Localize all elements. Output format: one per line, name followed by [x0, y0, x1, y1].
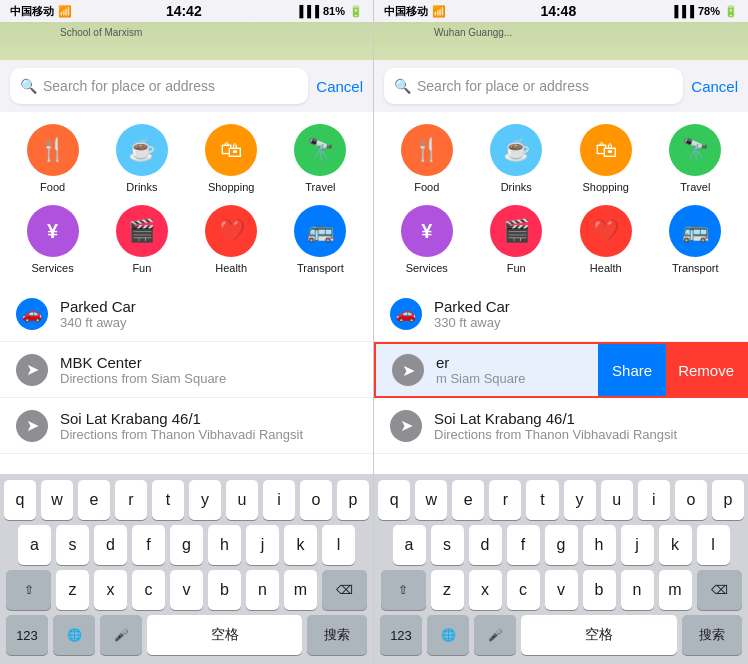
key-123-right[interactable]: 123 [380, 615, 422, 655]
list-item-soi-left[interactable]: ➤ Soi Lat Krabang 46/1 Directions from T… [0, 398, 373, 454]
key-v-left[interactable]: v [170, 570, 203, 610]
category-shopping-left[interactable]: 🛍 Shopping [187, 124, 276, 193]
category-travel-left[interactable]: 🔭 Travel [276, 124, 365, 193]
key-t-left[interactable]: t [152, 480, 184, 520]
key-s-left[interactable]: s [56, 525, 89, 565]
key-h-right[interactable]: h [583, 525, 616, 565]
key-b-right[interactable]: b [583, 570, 616, 610]
key-shift-left[interactable]: ⇧ [6, 570, 51, 610]
key-space-right[interactable]: 空格 [521, 615, 677, 655]
key-t-right[interactable]: t [526, 480, 558, 520]
key-m-left[interactable]: m [284, 570, 317, 610]
key-i-right[interactable]: i [638, 480, 670, 520]
cancel-button-right[interactable]: Cancel [691, 78, 738, 95]
list-item-soi-right[interactable]: ➤ Soi Lat Krabang 46/1 Directions from T… [374, 398, 748, 454]
category-transport-left[interactable]: 🚌 Transport [276, 205, 365, 274]
key-z-left[interactable]: z [56, 570, 89, 610]
drinks-label-right: Drinks [501, 181, 532, 193]
soi-text-right: Soi Lat Krabang 46/1 Directions from Tha… [434, 410, 677, 442]
key-x-right[interactable]: x [469, 570, 502, 610]
key-j-left[interactable]: j [246, 525, 279, 565]
key-mic-right[interactable]: 🎤 [474, 615, 516, 655]
key-c-left[interactable]: c [132, 570, 165, 610]
category-food-left[interactable]: 🍴 Food [8, 124, 97, 193]
category-health-left[interactable]: ❤️ Health [187, 205, 276, 274]
remove-button[interactable]: Remove [666, 344, 746, 396]
key-search-left[interactable]: 搜索 [307, 615, 367, 655]
key-globe-left[interactable]: 🌐 [53, 615, 95, 655]
mbk-text-left: MBK Center Directions from Siam Square [60, 354, 226, 386]
key-w-left[interactable]: w [41, 480, 73, 520]
key-o-right[interactable]: o [675, 480, 707, 520]
battery-icon-left: 🔋 [349, 5, 363, 18]
key-b-left[interactable]: b [208, 570, 241, 610]
key-a-left[interactable]: a [18, 525, 51, 565]
key-z-right[interactable]: z [431, 570, 464, 610]
key-c-right[interactable]: c [507, 570, 540, 610]
key-123-left[interactable]: 123 [6, 615, 48, 655]
key-delete-right[interactable]: ⌫ [697, 570, 742, 610]
key-u-left[interactable]: u [226, 480, 258, 520]
key-j-right[interactable]: j [621, 525, 654, 565]
category-shopping-right[interactable]: 🛍 Shopping [561, 124, 651, 193]
mbk-icon-right: ➤ [392, 354, 424, 386]
key-globe-right[interactable]: 🌐 [427, 615, 469, 655]
key-p-left[interactable]: p [337, 480, 369, 520]
category-fun-right[interactable]: 🎬 Fun [472, 205, 562, 274]
category-services-left[interactable]: ¥ Services [8, 205, 97, 274]
key-mic-left[interactable]: 🎤 [100, 615, 142, 655]
category-drinks-right[interactable]: ☕ Drinks [472, 124, 562, 193]
list-item-parked-car-left[interactable]: 🚗 Parked Car 340 ft away [0, 286, 373, 342]
category-travel-right[interactable]: 🔭 Travel [651, 124, 741, 193]
key-a-right[interactable]: a [393, 525, 426, 565]
key-f-left[interactable]: f [132, 525, 165, 565]
key-delete-left[interactable]: ⌫ [322, 570, 367, 610]
key-v-right[interactable]: v [545, 570, 578, 610]
key-shift-right[interactable]: ⇧ [381, 570, 426, 610]
key-search-right[interactable]: 搜索 [682, 615, 742, 655]
key-w-right[interactable]: w [415, 480, 447, 520]
key-g-left[interactable]: g [170, 525, 203, 565]
key-f-right[interactable]: f [507, 525, 540, 565]
key-i-left[interactable]: i [263, 480, 295, 520]
search-bar-right[interactable]: 🔍 Search for place or address [384, 68, 683, 104]
category-fun-left[interactable]: 🎬 Fun [97, 205, 186, 274]
key-m-right[interactable]: m [659, 570, 692, 610]
key-p-right[interactable]: p [712, 480, 744, 520]
time-right: 14:48 [540, 3, 576, 19]
key-n-left[interactable]: n [246, 570, 279, 610]
key-e-right[interactable]: e [452, 480, 484, 520]
key-l-left[interactable]: l [322, 525, 355, 565]
key-y-left[interactable]: y [189, 480, 221, 520]
category-drinks-left[interactable]: ☕ Drinks [97, 124, 186, 193]
category-food-right[interactable]: 🍴 Food [382, 124, 472, 193]
list-item-mbk-left[interactable]: ➤ MBK Center Directions from Siam Square [0, 342, 373, 398]
key-q-right[interactable]: q [378, 480, 410, 520]
key-k-left[interactable]: k [284, 525, 317, 565]
key-x-left[interactable]: x [94, 570, 127, 610]
category-transport-right[interactable]: 🚌 Transport [651, 205, 741, 274]
search-bar-left[interactable]: 🔍 Search for place or address [10, 68, 308, 104]
key-l-right[interactable]: l [697, 525, 730, 565]
list-item-parked-car-right[interactable]: 🚗 Parked Car 330 ft away [374, 286, 748, 342]
category-services-right[interactable]: ¥ Services [382, 205, 472, 274]
soi-title-left: Soi Lat Krabang 46/1 [60, 410, 303, 427]
key-q-left[interactable]: q [4, 480, 36, 520]
key-r-left[interactable]: r [115, 480, 147, 520]
key-d-left[interactable]: d [94, 525, 127, 565]
key-u-right[interactable]: u [601, 480, 633, 520]
key-d-right[interactable]: d [469, 525, 502, 565]
key-o-left[interactable]: o [300, 480, 332, 520]
key-y-right[interactable]: y [564, 480, 596, 520]
key-g-right[interactable]: g [545, 525, 578, 565]
cancel-button-left[interactable]: Cancel [316, 78, 363, 95]
share-button[interactable]: Share [598, 344, 666, 396]
key-s-right[interactable]: s [431, 525, 464, 565]
category-health-right[interactable]: ❤️ Health [561, 205, 651, 274]
key-k-right[interactable]: k [659, 525, 692, 565]
key-h-left[interactable]: h [208, 525, 241, 565]
key-e-left[interactable]: e [78, 480, 110, 520]
key-space-left[interactable]: 空格 [147, 615, 302, 655]
key-n-right[interactable]: n [621, 570, 654, 610]
key-r-right[interactable]: r [489, 480, 521, 520]
